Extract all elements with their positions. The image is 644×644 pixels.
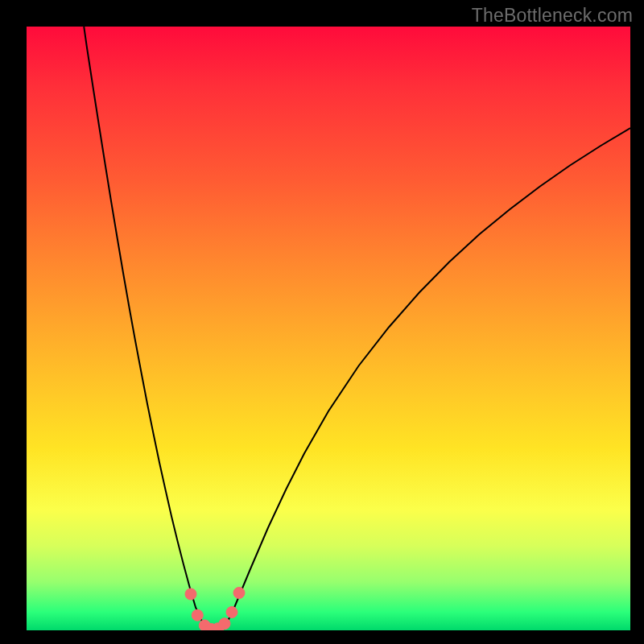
watermark-text: TheBottleneck.com <box>472 5 633 27</box>
curve-svg <box>27 27 630 630</box>
optimum-marker <box>185 588 196 600</box>
bottleneck-curve <box>84 27 630 630</box>
plot-area <box>27 27 630 630</box>
optimum-marker <box>192 609 203 621</box>
optimum-marker <box>226 607 237 618</box>
optimum-marker <box>219 618 230 630</box>
optimum-marker-group <box>185 588 245 631</box>
optimum-marker <box>233 588 245 599</box>
chart-frame: TheBottleneck.com <box>0 0 644 644</box>
